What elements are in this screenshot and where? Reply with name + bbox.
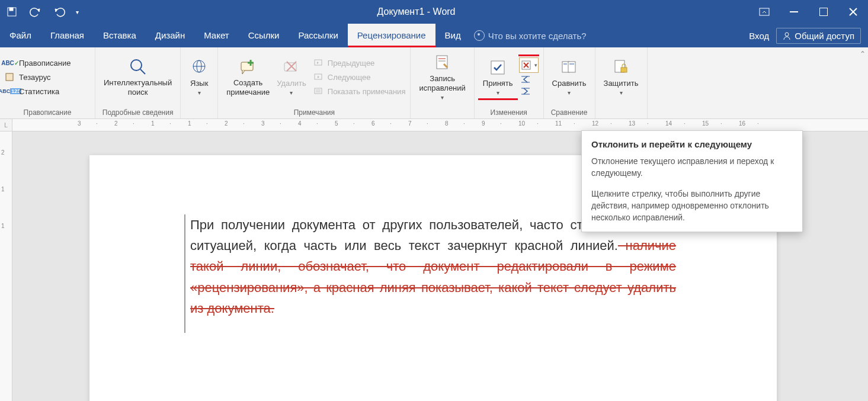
- svg-line-8: [140, 69, 145, 74]
- maximize-icon: [819, 8, 828, 16]
- group-language-label: [181, 107, 217, 118]
- show-comments-button[interactable]: Показать примечания: [313, 85, 406, 98]
- ribbon-display-button[interactable]: [750, 0, 779, 24]
- collapse-ribbon-button[interactable]: ⌃: [860, 50, 866, 58]
- svg-rect-20: [315, 88, 322, 94]
- show-comments-icon: [313, 86, 324, 97]
- delete-comment-icon: [281, 57, 302, 78]
- chevron-down-icon: ▾: [497, 89, 499, 97]
- tab-design[interactable]: Дизайн: [146, 24, 194, 47]
- group-comments: Создать примечание Удалить ▾ Предыдущее …: [218, 47, 411, 118]
- group-compare-label: Сравнение: [544, 107, 595, 118]
- tab-view[interactable]: Вид: [435, 24, 470, 47]
- prev-comment-label: Предыдущее: [328, 59, 375, 68]
- new-comment-button[interactable]: Создать примечание: [223, 57, 273, 98]
- tab-mailings[interactable]: Рассылки: [289, 24, 347, 47]
- prev-change-icon: [519, 74, 532, 85]
- redo-button[interactable]: [47, 0, 71, 24]
- tab-home[interactable]: Главная: [41, 24, 94, 47]
- vertical-ruler[interactable]: 211: [0, 131, 12, 401]
- tooltip-title: Отклонить и перейти к следующему: [591, 139, 793, 149]
- next-change-button[interactable]: [519, 86, 539, 97]
- share-label: Общий доступ: [795, 31, 854, 41]
- ruler-corner: L: [0, 119, 12, 131]
- ribbon: ABC✓ Правописание Тезаурус ABC123 Статис…: [0, 47, 868, 119]
- tab-references[interactable]: Ссылки: [239, 24, 289, 47]
- reject-tooltip: Отклонить и перейти к следующему Отклоне…: [581, 130, 803, 232]
- horizontal-ruler[interactable]: 3·2·1·1·2·3·4·5·6·7·8·9·10·11·12·13·14·1…: [12, 119, 868, 131]
- signin-link[interactable]: Вход: [749, 31, 769, 41]
- undo-button[interactable]: [24, 0, 47, 24]
- next-comment-label: Следующее: [328, 73, 371, 82]
- group-changes-label: Изменения: [475, 107, 543, 118]
- group-insights: Интеллектуальный поиск Подробные сведени…: [95, 47, 181, 118]
- minimize-icon: [790, 11, 798, 12]
- quick-access-toolbar: ▾: [0, 0, 83, 24]
- maximize-button[interactable]: [809, 0, 838, 24]
- protect-button[interactable]: Защитить ▾: [600, 57, 642, 97]
- next-comment-button[interactable]: Следующее: [313, 70, 406, 84]
- delete-comment-button[interactable]: Удалить ▾: [273, 57, 310, 97]
- thesaurus-label: Тезаурус: [19, 73, 51, 82]
- chevron-down-icon: ▾: [534, 62, 537, 68]
- new-comment-icon: [238, 57, 258, 77]
- stats-icon: ABC123: [5, 86, 15, 97]
- chevron-down-icon: ▾: [620, 89, 623, 97]
- qat-customize-button[interactable]: ▾: [71, 0, 83, 24]
- smart-lookup-label: Интеллектуальный поиск: [104, 78, 172, 98]
- protect-icon: [611, 57, 631, 78]
- tell-me-search[interactable]: Что вы хотите сделать?: [474, 30, 587, 41]
- reject-button[interactable]: ▾: [519, 57, 539, 73]
- smart-lookup-icon: [128, 57, 148, 77]
- tab-review[interactable]: Рецензирование: [348, 24, 435, 47]
- spelling-label: Правописание: [19, 59, 71, 68]
- spelling-icon: ABC✓: [5, 57, 15, 68]
- new-comment-label: Создать примечание: [226, 78, 270, 98]
- next-change-icon: [519, 86, 532, 97]
- svg-rect-6: [6, 73, 13, 81]
- group-protect-label: [595, 107, 647, 118]
- share-icon: [783, 31, 791, 40]
- svg-rect-35: [568, 62, 575, 72]
- stats-button[interactable]: ABC123 Статистика: [5, 85, 90, 98]
- accept-button[interactable]: Принять ▾: [479, 57, 517, 97]
- prev-change-button[interactable]: [519, 74, 539, 85]
- smart-lookup-button[interactable]: Интеллектуальный поиск: [100, 57, 175, 98]
- compare-button[interactable]: Сравнить ▾: [549, 57, 590, 97]
- minimize-button[interactable]: [779, 0, 809, 24]
- close-button[interactable]: [838, 0, 868, 24]
- svg-rect-1: [9, 8, 13, 11]
- prev-comment-button[interactable]: Предыдущее: [313, 56, 406, 69]
- group-tracking-label: [411, 107, 473, 118]
- save-icon: [7, 7, 17, 17]
- language-button[interactable]: Язык ▾: [185, 57, 213, 97]
- spelling-button[interactable]: ABC✓ Правописание: [5, 56, 90, 69]
- tab-insert[interactable]: Вставка: [94, 24, 146, 47]
- tab-layout[interactable]: Макет: [194, 24, 238, 47]
- group-insights-label: Подробные сведения: [95, 107, 180, 118]
- thesaurus-icon: [5, 72, 15, 82]
- tab-file[interactable]: Файл: [0, 24, 41, 47]
- thesaurus-button[interactable]: Тезаурус: [5, 70, 90, 84]
- group-language: Язык ▾: [181, 47, 218, 118]
- share-button[interactable]: Общий доступ: [776, 28, 861, 44]
- group-comments-label: Примечания: [218, 107, 410, 118]
- track-changes-button[interactable]: Запись исправлений ▾: [415, 53, 469, 102]
- reject-icon: [520, 59, 533, 71]
- prev-comment-icon: [313, 57, 324, 68]
- group-tracking: Запись исправлений ▾: [411, 47, 474, 118]
- track-changes-icon: [433, 53, 453, 73]
- group-proofing-label: Правописание: [0, 107, 95, 118]
- close-icon: [849, 8, 857, 16]
- highlight-mark: [478, 98, 518, 100]
- language-label: Язык: [190, 79, 208, 88]
- undo-icon: [29, 7, 42, 17]
- group-protect: Защитить ▾: [595, 47, 648, 118]
- save-button[interactable]: [0, 0, 24, 24]
- group-proofing: ABC✓ Правописание Тезаурус ABC123 Статис…: [0, 47, 95, 118]
- accept-label: Принять: [483, 79, 513, 88]
- next-comment-icon: [313, 72, 324, 82]
- tab-review-label: Рецензирование: [357, 30, 426, 40]
- ribbon-tabs: Файл Главная Вставка Дизайн Макет Ссылки…: [0, 24, 868, 47]
- svg-point-7: [131, 60, 142, 70]
